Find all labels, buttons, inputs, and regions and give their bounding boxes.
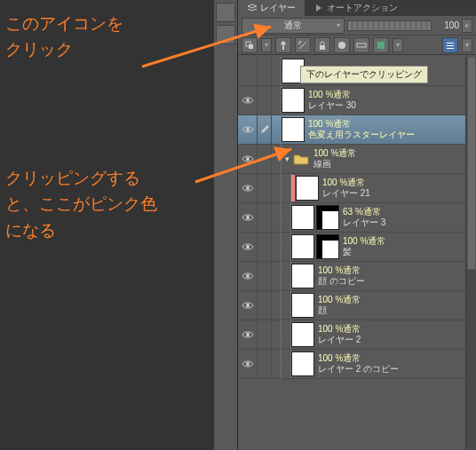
layer-toolbar: ▾ ▾ ▾	[238, 36, 476, 55]
layer-thumbnail[interactable]	[296, 176, 319, 201]
layer-labels: 100 %通常色変え用ラスターレイヤー	[305, 119, 415, 140]
visibility-toggle[interactable]	[238, 174, 258, 202]
visibility-toggle[interactable]	[238, 86, 258, 114]
layer-folder-row[interactable]: ▾100 %通常線画	[238, 145, 476, 174]
visibility-toggle[interactable]	[238, 233, 258, 261]
tab-auto-action[interactable]: オートアクション	[305, 0, 407, 16]
layer-opacity-label: 100 %通常	[318, 324, 361, 335]
layer-row[interactable]: 100 %通常レイヤー 2 のコピー	[238, 350, 476, 379]
svg-rect-9	[447, 48, 454, 49]
svg-point-13	[246, 186, 250, 190]
toolbar-dropdown[interactable]: ▾	[261, 38, 272, 52]
link-column[interactable]	[258, 233, 272, 261]
layer-labels: 100 %通常レイヤー 2	[314, 324, 361, 345]
layer-opacity-label: 63 %通常	[343, 207, 385, 217]
visibility-toggle[interactable]	[238, 145, 258, 173]
tab-label: レイヤー	[260, 2, 296, 14]
link-column[interactable]	[258, 86, 272, 114]
svg-point-10	[246, 99, 250, 102]
tab-layers[interactable]: レイヤー	[238, 0, 305, 16]
layer-opacity-label: 100 %通常	[313, 148, 356, 159]
link-column[interactable]	[258, 174, 272, 202]
clip-to-layer-below-button[interactable]	[242, 37, 258, 53]
visibility-toggle[interactable]	[238, 203, 258, 232]
layer-row[interactable]: 100 %通常顔 のコピー	[238, 262, 476, 291]
tool-button[interactable]	[216, 3, 235, 22]
tool-button[interactable]	[216, 25, 235, 44]
layer-name-label: 髪	[343, 247, 385, 257]
visibility-toggle[interactable]	[238, 291, 258, 320]
mask-button[interactable]	[334, 37, 350, 53]
reference-layer-button[interactable]	[275, 37, 291, 53]
visibility-toggle[interactable]	[238, 57, 258, 85]
tree-indent	[272, 350, 291, 378]
layer-name-label: レイヤー 30	[308, 100, 356, 111]
panel-menu-dropdown[interactable]: ▾	[462, 38, 472, 52]
layer-name-label: レイヤー 2	[318, 335, 361, 345]
link-column[interactable]	[258, 203, 272, 232]
disclosure-triangle-icon[interactable]: ▾	[282, 154, 292, 163]
layer-row[interactable]: 100 %通常色変え用ラスターレイヤー	[238, 115, 476, 145]
layer-opacity-label: 100 %通常	[308, 90, 356, 100]
svg-rect-5	[357, 43, 366, 47]
layer-name-label: 線画	[313, 159, 356, 170]
visibility-toggle[interactable]	[238, 350, 258, 378]
link-column[interactable]	[258, 262, 272, 290]
layer-thumbnail[interactable]	[291, 205, 314, 230]
layer-labels: 63 %通常レイヤー 3	[339, 207, 385, 228]
ruler-button[interactable]	[353, 37, 369, 53]
tree-indent	[272, 174, 291, 202]
left-tool-strip	[214, 0, 238, 450]
layer-color-button[interactable]	[373, 37, 389, 53]
layer-row[interactable]: 100 %通常顔	[238, 291, 476, 320]
link-column[interactable]	[258, 320, 272, 349]
layer-opacity-label: 100 %通常	[318, 265, 365, 276]
visibility-toggle[interactable]	[238, 115, 258, 144]
blend-mode-value: 通常	[284, 20, 302, 32]
draft-layer-button[interactable]	[295, 37, 311, 53]
layer-thumbnail[interactable]	[291, 293, 314, 318]
svg-point-14	[246, 216, 250, 219]
link-column[interactable]	[258, 57, 272, 85]
scrollbar-thumb[interactable]	[467, 57, 476, 270]
mask-thumbnail[interactable]	[316, 234, 339, 259]
visibility-toggle[interactable]	[238, 262, 258, 290]
tree-indent	[272, 86, 282, 114]
layer-row[interactable]: 100 %通常レイヤー 30	[238, 86, 476, 115]
opacity-dropdown[interactable]: ▸	[462, 19, 472, 33]
link-column[interactable]	[258, 115, 272, 144]
layer-row[interactable]: 100 %通常レイヤー 21	[238, 174, 476, 203]
canvas-area[interactable]	[0, 0, 238, 450]
blend-mode-row: 通常 100 ▸	[238, 16, 476, 36]
link-column[interactable]	[258, 350, 272, 378]
visibility-toggle[interactable]	[238, 320, 258, 349]
layer-thumbnail[interactable]	[291, 264, 314, 288]
color-dropdown[interactable]: ▾	[393, 38, 403, 52]
layer-thumbnail[interactable]	[291, 351, 314, 376]
layer-labels: 100 %通常レイヤー 2 のコピー	[314, 353, 399, 375]
blend-mode-select[interactable]: 通常	[242, 18, 345, 34]
mask-thumbnail[interactable]	[316, 205, 339, 230]
svg-point-18	[246, 333, 250, 336]
layer-row[interactable]: 100 %通常レイヤー 2	[238, 320, 476, 350]
lock-button[interactable]	[314, 37, 330, 53]
layer-thumbnail[interactable]	[291, 322, 314, 347]
opacity-slider[interactable]	[347, 20, 432, 31]
scrollbar[interactable]	[465, 57, 476, 450]
opacity-value: 100	[434, 20, 459, 30]
layer-thumbnail[interactable]	[291, 234, 314, 259]
tree-indent	[272, 233, 291, 261]
layer-row[interactable]: 100 %通常髪	[238, 233, 476, 262]
link-column[interactable]	[258, 145, 272, 173]
tree-indent	[272, 203, 291, 232]
link-column[interactable]	[258, 291, 272, 320]
svg-rect-7	[447, 43, 454, 43]
layer-opacity-label: 100 %通常	[322, 178, 370, 188]
layer-thumbnail[interactable]	[282, 117, 305, 142]
layer-row[interactable]: 63 %通常レイヤー 3	[238, 203, 476, 233]
panel-menu-button[interactable]	[442, 37, 458, 53]
layer-labels: 100 %通常髪	[339, 236, 385, 257]
clipping-indicator	[291, 175, 295, 201]
svg-point-11	[246, 128, 250, 131]
layer-thumbnail[interactable]	[282, 88, 305, 113]
